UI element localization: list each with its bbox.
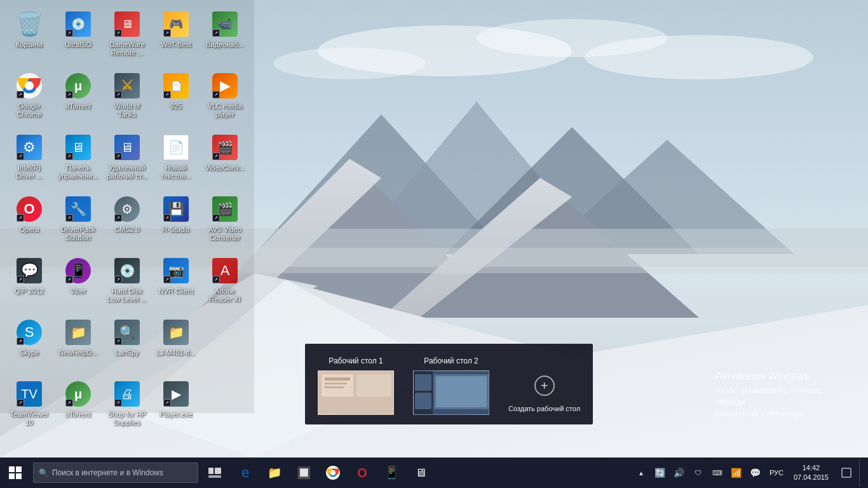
icon-label-qip: QIP 2012: [15, 287, 44, 295]
icon-label-intel-driver: Intel(R) Driver ...: [9, 164, 50, 180]
task-view-button[interactable]: [201, 459, 229, 487]
svg-point-21: [25, 81, 34, 90]
svg-rect-35: [16, 466, 22, 472]
shortcut-arrow: [17, 276, 24, 283]
shortcut-arrow: [163, 214, 171, 222]
newhelp-icon: 📁: [64, 318, 92, 346]
shortcut-arrow: [65, 152, 73, 160]
chrome-icon: [15, 72, 43, 100]
icon-qip[interactable]: 💬 QIP 2012: [6, 253, 52, 313]
svg-rect-34: [9, 466, 15, 472]
icon-dameware[interactable]: 🖥 DameWare Remote ...: [104, 6, 150, 67]
icon-viber[interactable]: 📱 Viber: [55, 253, 101, 313]
icon-chrome[interactable]: Google Chrome: [6, 68, 52, 128]
create-desktop-icon[interactable]: +: [534, 376, 555, 396]
icon-udalenny[interactable]: 🖥 Удаленный рабочий ст...: [104, 130, 150, 190]
shop-hp-icon: 🖨: [113, 380, 141, 408]
icon-new-text[interactable]: 📄 Новый текстов...: [153, 130, 199, 190]
taskbar-chrome[interactable]: [319, 459, 347, 487]
taskbar-display[interactable]: 🖥: [407, 459, 435, 487]
icon-rstudio[interactable]: 💾 R-Studio: [153, 191, 199, 252]
taskbar-viber[interactable]: 📱: [377, 459, 405, 487]
shortcut-arrow: [163, 91, 171, 98]
icon-label-videoconv: VideoConv...: [205, 164, 245, 172]
shortcut-arrow: [212, 214, 220, 222]
icon-utorrent[interactable]: μ uTorrent: [55, 68, 101, 128]
icon-vlc[interactable]: ▶ VLC media player: [202, 68, 248, 128]
shortcut-arrow: [65, 91, 73, 98]
activation-notice: Активация Windows Чтобы активировать Win…: [715, 369, 855, 419]
icon-wot-best[interactable]: 🎮 WoT-Best: [153, 6, 199, 67]
vdesktop-2[interactable]: Рабочий стол 2: [413, 356, 489, 415]
icon-lj-m401[interactable]: 📁 LJ-M401-d...: [153, 315, 199, 375]
search-bar[interactable]: 🔍 Поиск в интернете и в Windows: [33, 463, 198, 483]
desktop: 🗑️ Корзина 💿 UltraISO 🖥 DameWare Remote …: [0, 0, 868, 458]
icon-label-panel-upravl: Панель управлени...: [58, 164, 98, 180]
icon-lanspy[interactable]: 🔍 LanSpy: [104, 315, 150, 375]
icon-teamviewer[interactable]: TV TeamViewer 10: [6, 376, 52, 437]
system-clock[interactable]: 14:42 07.04.2015: [789, 459, 834, 487]
icon-label-wot-best: WoT-Best: [161, 41, 191, 49]
icon-ultraiso[interactable]: 💿 UltraISO: [55, 6, 101, 67]
taskbar-ie[interactable]: e: [231, 459, 259, 487]
icon-videoconv[interactable]: 🎬 VideoConv...: [202, 130, 248, 190]
taskbar-explorer[interactable]: 📁: [261, 459, 288, 487]
tray-network2[interactable]: 📶: [728, 459, 745, 487]
icon-intel-driver[interactable]: ⚙ Intel(R) Driver ...: [6, 130, 52, 190]
create-desktop[interactable]: + Создать рабочий стол: [508, 376, 580, 412]
icon-label-utorrent2: uTorrent: [65, 410, 91, 419]
shortcut-arrow: [114, 214, 122, 222]
icon-videonab[interactable]: 📹 Видеонаб...: [202, 6, 248, 67]
notification-center[interactable]: [836, 459, 857, 487]
icon-label-driverpack: DriverPack Solution: [58, 226, 98, 242]
icon-utorrent2[interactable]: μ uTorrent: [55, 376, 101, 437]
taskbar-store[interactable]: 🔲: [290, 459, 318, 487]
shortcut-arrow: [212, 91, 220, 98]
activation-title: Активация Windows: [715, 369, 855, 384]
system-tray: ▲ 🔄 🔊 🛡 ⌨ 📶 💬: [632, 459, 764, 487]
icon-opera[interactable]: O Opera: [6, 191, 52, 252]
tray-security[interactable]: 🛡: [689, 459, 707, 487]
vdesktop-1-thumbnail[interactable]: [318, 370, 394, 415]
icon-panel-upravl[interactable]: 🖥 Панель управлени...: [55, 130, 101, 190]
tray-volume[interactable]: 🔊: [670, 459, 688, 487]
icon-driverpack[interactable]: 🔧 DriverPack Solution: [55, 191, 101, 252]
shortcut-arrow: [212, 29, 220, 37]
taskbar-opera[interactable]: O: [348, 459, 376, 487]
icon-newhelp[interactable]: 📁 NewHelpD...: [55, 315, 101, 375]
icon-adobe-reader[interactable]: A Adobe Reader XI: [202, 253, 248, 313]
icon-label-newhelp: NewHelpD...: [58, 349, 98, 357]
vlc-icon: ▶: [211, 72, 239, 100]
clock-time: 14:42: [803, 463, 820, 473]
tray-input-method[interactable]: ⌨: [709, 459, 726, 487]
videonab-icon: 📹: [211, 10, 239, 38]
vdesktop-2-thumbnail[interactable]: [413, 370, 489, 415]
svg-rect-39: [215, 468, 221, 474]
tray-network[interactable]: 🔄: [651, 459, 669, 487]
shortcut-arrow: [65, 29, 73, 37]
icon-label-adobe-reader: Adobe Reader XI: [205, 287, 245, 304]
icon-925[interactable]: 📄 925: [153, 68, 199, 128]
icon-playerexe[interactable]: ▶ Player.exe: [153, 376, 199, 437]
wot-best-icon: 🎮: [162, 10, 190, 38]
shortcut-arrow: [114, 276, 122, 283]
vdesktop-2-label: Рабочий стол 2: [424, 356, 478, 365]
shortcut-arrow: [65, 276, 73, 283]
icon-shop-hp[interactable]: 🖨 Shop for HP Supplies: [104, 376, 150, 437]
icon-hdll[interactable]: 💿 Hard Disk Low Level ...: [104, 253, 150, 313]
icon-skype[interactable]: S Skype: [6, 315, 52, 375]
icon-nvr-client[interactable]: 📷 NVR Client: [153, 253, 199, 313]
icon-avs-video[interactable]: 🎬 AVS Video Converter: [202, 191, 248, 252]
icon-recycle-bin[interactable]: 🗑️ Корзина: [6, 6, 52, 67]
icon-cms2[interactable]: ⚙ CMS2.0: [104, 191, 150, 252]
icon-label-opera: Opera: [20, 226, 39, 234]
icon-world-of-tanks[interactable]: ⚔ World of Tanks: [104, 68, 150, 128]
search-placeholder: Поиск в интернете и в Windows: [52, 468, 163, 477]
tray-chat[interactable]: 💬: [747, 459, 764, 487]
tray-arrow[interactable]: ▲: [632, 459, 650, 487]
show-desktop[interactable]: [859, 459, 863, 487]
icon-label-viber: Viber: [70, 287, 86, 295]
language-indicator[interactable]: РУС: [767, 459, 786, 487]
start-button[interactable]: [0, 458, 31, 488]
vdesktop-1[interactable]: Рабочий стол 1: [318, 356, 394, 415]
